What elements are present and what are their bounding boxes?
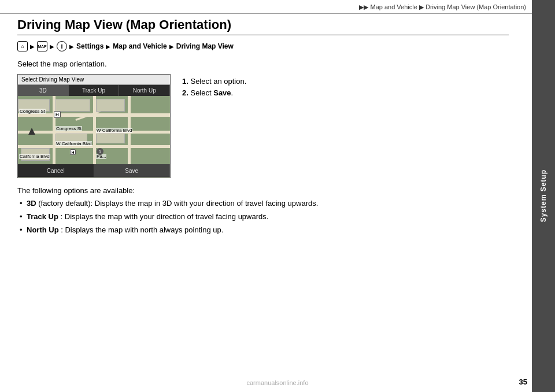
home-icon: ⌂ — [17, 41, 28, 51]
option-3d-text: (factory default): Displays the map in 3… — [38, 199, 318, 208]
options-list: 3D (factory default): Displays the map i… — [17, 198, 509, 236]
sidebar-tab: System Setup — [532, 0, 555, 392]
tab-north-up[interactable]: North Up — [119, 85, 170, 96]
intro-text: Select the map orientation. — [17, 60, 509, 68]
step-2-bold: Save — [213, 88, 231, 97]
step-1: 1. Select an option. — [182, 77, 509, 86]
option-north-up: North Up : Displays the map with north a… — [17, 225, 509, 235]
map-label-cal: California Blvd — [19, 154, 50, 159]
screenshot: Select Driving Map View 3D Track Up Nort… — [17, 74, 171, 178]
watermark: carmanualsonline.info — [246, 379, 308, 386]
tab-track-up[interactable]: Track Up — [69, 85, 120, 96]
step-1-number: 1. — [182, 77, 190, 86]
step-1-text: Select an option. — [190, 77, 246, 86]
option-track-up: Track Up : Displays the map with your di… — [17, 212, 509, 222]
map-label-congress2: Congress St — [56, 126, 82, 131]
content-row: Select Driving Map View 3D Track Up Nort… — [17, 74, 509, 178]
option-north-up-label: North Up — [27, 225, 59, 234]
map-label-wcal: W California Blvd — [96, 128, 132, 133]
page-number: 35 — [519, 378, 527, 386]
nav-arrow-2: ▶ — [50, 43, 54, 50]
option-track-up-text: : Displays the map with your direction o… — [61, 212, 269, 221]
screenshot-footer: Cancel Save — [18, 164, 170, 177]
info-icon: i — [57, 41, 67, 51]
map-view: Congress St Congress St W California Blv… — [18, 96, 170, 164]
nav-settings: Settings — [76, 42, 103, 50]
tab-3d[interactable]: 3D — [18, 85, 69, 96]
map-label-wcal2: W California Blvd — [56, 141, 92, 146]
nav-arrow-3: ▶ — [69, 43, 74, 50]
option-3d-label: 3D — [27, 199, 36, 208]
nav-breadcrumb: ⌂ ▶ MAP ▶ i ▶ Settings ▶ Map and Vehicle… — [17, 41, 509, 51]
options-intro: The following options are available: — [17, 186, 509, 195]
step-2-number: 2. — [182, 88, 190, 97]
screenshot-titlebar: Select Driving Map View — [18, 75, 170, 85]
save-btn[interactable]: Save — [94, 164, 171, 177]
option-track-up-label: Track Up — [27, 212, 58, 221]
cancel-btn[interactable]: Cancel — [18, 164, 94, 177]
step-2-prefix: Select — [190, 88, 213, 97]
nav-arrow-4: ▶ — [106, 43, 110, 50]
nav-map-vehicle: Map and Vehicle — [113, 42, 166, 50]
sidebar-label: System Setup — [539, 169, 547, 222]
nav-arrow-1: ▶ — [30, 43, 35, 50]
screenshot-tabs: 3D Track Up North Up — [18, 85, 170, 96]
steps-container: 1. Select an option. 2. Select Save. — [182, 74, 509, 178]
map-icon: MAP — [37, 41, 47, 51]
map-label-congress: Congress St — [19, 109, 46, 114]
step-2: 2. Select Save. — [182, 88, 509, 97]
nav-driving-view: Driving Map View — [176, 42, 234, 50]
page-title: Driving Map View (Map Orientation) — [17, 17, 509, 35]
main-content: Driving Map View (Map Orientation) ⌂ ▶ M… — [0, 0, 532, 392]
step-2-suffix: . — [231, 88, 234, 97]
option-north-up-text: : Displays the map with north always poi… — [61, 225, 223, 234]
option-3d: 3D (factory default): Displays the map i… — [17, 198, 509, 209]
nav-arrow-5: ▶ — [169, 43, 174, 50]
